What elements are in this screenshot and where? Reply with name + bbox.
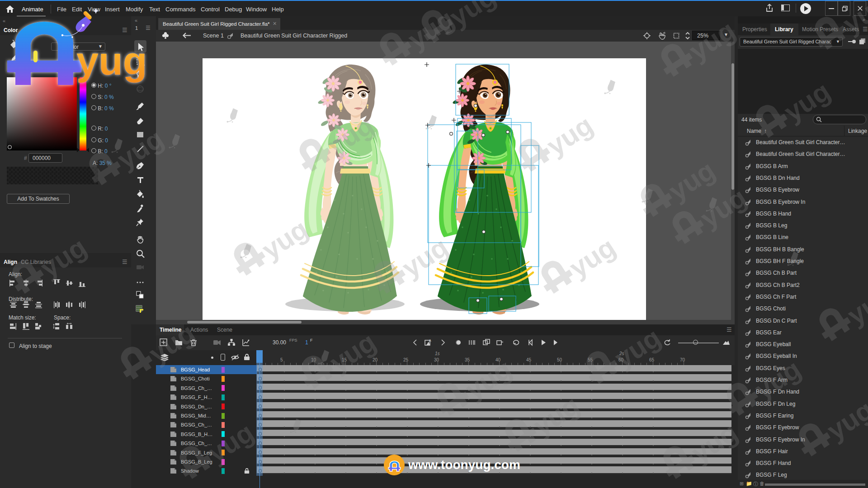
svg-text:A: A [429,339,431,342]
